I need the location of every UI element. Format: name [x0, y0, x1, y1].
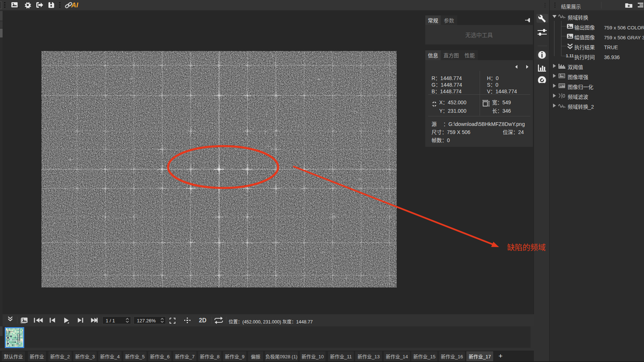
- svg-text:2D: 2D: [199, 317, 206, 323]
- svg-text:1.11: 1.11: [566, 54, 574, 58]
- svg-text:AI: AI: [71, 1, 79, 9]
